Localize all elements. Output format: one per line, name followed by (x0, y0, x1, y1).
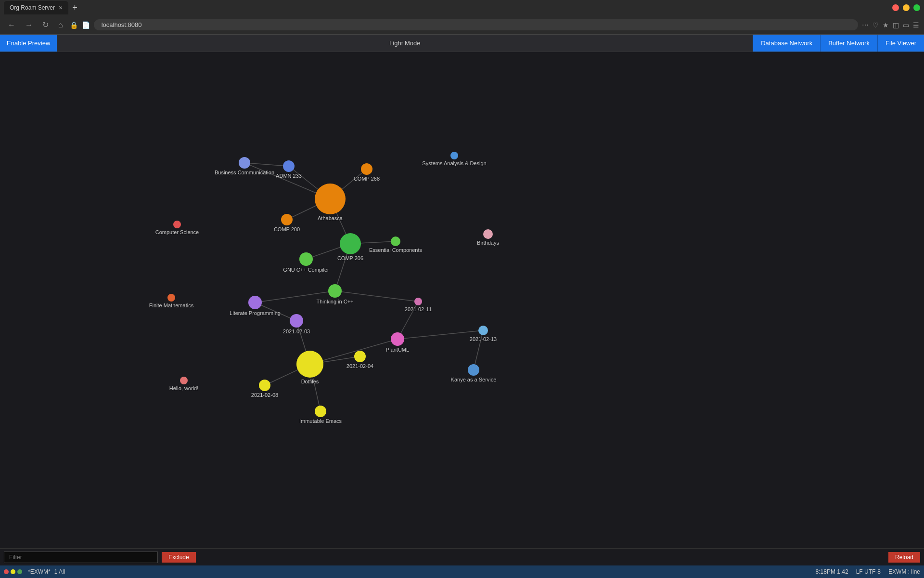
node-circle-thinking_cpp[interactable] (328, 284, 342, 298)
url-bar: ← → ↻ ⌂ 🔒 📄 ⋯ ♡ ★ ◫ ▭ ☰ (0, 15, 924, 35)
enable-preview-button[interactable]: Enable Preview (0, 35, 57, 52)
filter-input[interactable] (4, 552, 158, 563)
status-dots (4, 569, 22, 574)
node-circle-comp200[interactable] (281, 214, 293, 225)
toolbar-right-buttons: Database Network Buffer Network File Vie… (753, 35, 924, 52)
node-label-comp206: COMP 206 (337, 255, 363, 261)
node-label-kanye: Kanye as a Service (451, 377, 497, 382)
app-toolbar: Enable Preview Light Mode Database Netwo… (0, 35, 924, 52)
back-button[interactable]: ← (5, 20, 18, 30)
node-label-computer_science: Computer Science (155, 229, 199, 235)
node-label-date_20210203: 2021-02-03 (283, 328, 310, 334)
encoding-label: LF UTF-8 (856, 568, 881, 575)
lock-icon: 🔒 (70, 21, 78, 29)
status-dot-red (4, 569, 9, 574)
svg-line-15 (310, 339, 398, 364)
node-circle-hello_world[interactable] (180, 377, 188, 384)
buffer-network-button[interactable]: Buffer Network (820, 35, 877, 52)
node-label-thinking_cpp: Thinking in C++ (316, 299, 353, 304)
node-label-dotfiles: Dotfiles (301, 379, 319, 384)
svg-line-17 (398, 330, 483, 339)
tab-close-button[interactable]: × (59, 4, 63, 12)
star-icon[interactable]: ★ (883, 21, 889, 29)
node-circle-date_20210211[interactable] (414, 298, 422, 305)
layout-icon[interactable]: ◫ (893, 21, 899, 29)
refresh-button[interactable]: ↻ (39, 19, 51, 30)
node-label-date_20210204: 2021-02-04 (346, 363, 373, 369)
node-label-comp200: COMP 200 (274, 226, 300, 232)
node-label-literate_prog: Literate Programming (230, 310, 281, 316)
node-circle-essential_components[interactable] (391, 236, 400, 246)
node-label-immutable_emacs: Immutable Emacs (299, 418, 342, 424)
window-minimize-button[interactable] (903, 4, 910, 11)
hamburger-icon[interactable]: ☰ (913, 21, 919, 29)
svg-line-9 (335, 291, 418, 302)
node-label-comp268: COMP 268 (354, 176, 380, 182)
node-circle-plantUML[interactable] (391, 332, 404, 346)
tab-area: Org Roam Server × + (4, 1, 79, 14)
node-label-date_20210213: 2021-02-13 (470, 336, 497, 342)
status-right: 8:18PM 1.42 LF UTF-8 EXWM : line (816, 568, 920, 575)
node-label-birthdays: Birthdays (477, 240, 499, 246)
node-circle-literate_prog[interactable] (248, 296, 262, 309)
node-circle-athabasca[interactable] (315, 184, 346, 214)
split-view-icon[interactable]: ▭ (903, 21, 909, 29)
forward-button[interactable]: → (22, 20, 36, 30)
node-circle-date_20210203[interactable] (290, 314, 303, 328)
menu-dots-icon[interactable]: ⋯ (862, 21, 869, 29)
node-circle-date_20210208[interactable] (259, 380, 270, 391)
node-circle-finite_math[interactable] (167, 294, 175, 302)
svg-line-19 (244, 163, 289, 166)
node-circle-birthdays[interactable] (483, 229, 493, 239)
node-label-athabasca: Athabasca (318, 215, 343, 221)
light-mode-label: Light Mode (57, 39, 753, 47)
node-label-admn233: ADMN 233 (276, 173, 302, 179)
url-input[interactable] (94, 19, 858, 30)
node-circle-gnu_cpp[interactable] (299, 252, 313, 266)
urlbar-icons: ⋯ ♡ ★ ◫ ▭ ☰ (862, 21, 919, 29)
window-controls (892, 4, 920, 11)
node-circle-computer_science[interactable] (173, 221, 181, 228)
node-circle-date_20210213[interactable] (478, 326, 488, 335)
graph-area[interactable]: AthabascaCOMP 206ADMN 233COMP 268Busines… (0, 52, 924, 548)
svg-line-8 (255, 291, 335, 302)
node-circle-admn233[interactable] (283, 160, 295, 172)
node-circle-business_comm[interactable] (239, 157, 250, 169)
node-label-plantUML: PlantUML (386, 347, 409, 353)
time-label: 8:18PM 1.42 (816, 568, 848, 575)
node-circle-kanye[interactable] (468, 364, 479, 376)
node-label-gnu_cpp: GNU C++ Compiler (283, 267, 329, 273)
node-label-hello_world: Hello, world! (169, 385, 199, 391)
status-dot-yellow (11, 569, 15, 574)
node-circle-systems_analysis[interactable] (450, 152, 458, 159)
node-circle-comp268[interactable] (361, 163, 372, 175)
node-circle-immutable_emacs[interactable] (315, 406, 326, 417)
new-tab-button[interactable]: + (70, 3, 79, 13)
node-circle-comp206[interactable] (340, 233, 361, 254)
tab-title: Org Roam Server (10, 4, 55, 11)
node-label-date_20210211: 2021-02-11 (405, 306, 432, 312)
node-label-business_comm: Business Communication (215, 170, 274, 175)
database-network-button[interactable]: Database Network (753, 35, 820, 52)
node-circle-date_20210204[interactable] (354, 351, 366, 362)
node-label-finite_math: Finite Mathematics (149, 302, 193, 308)
desktop-label: 1 All (54, 568, 65, 575)
window-close-button[interactable] (892, 4, 899, 11)
home-button[interactable]: ⌂ (55, 20, 66, 30)
bookmark-icon[interactable]: ♡ (873, 21, 879, 29)
filter-bar: Exclude Reload (0, 548, 924, 565)
reload-button[interactable]: Reload (888, 552, 920, 563)
browser-tab[interactable]: Org Roam Server × (4, 1, 68, 14)
node-circle-dotfiles[interactable] (296, 351, 323, 378)
page-icon: 📄 (82, 21, 90, 29)
status-dot-green (17, 569, 22, 574)
file-viewer-button[interactable]: File Viewer (877, 35, 924, 52)
mode-label: EXWM : line (888, 568, 920, 575)
window-maximize-button[interactable] (913, 4, 920, 11)
node-label-essential_components: Essential Components (369, 247, 422, 253)
node-label-systems_analysis: Systems Analysis & Design (422, 160, 486, 166)
status-bar: *EXWM* 1 All 8:18PM 1.42 LF UTF-8 EXWM :… (0, 565, 924, 578)
graph-svg (0, 52, 924, 548)
exclude-button[interactable]: Exclude (162, 552, 196, 563)
workspace-label: *EXWM* (28, 568, 51, 575)
